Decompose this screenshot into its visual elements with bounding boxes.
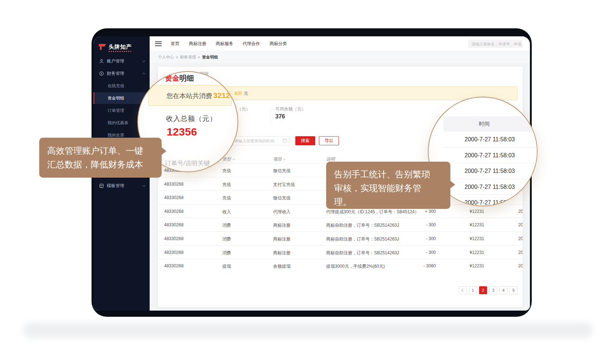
sidebar-item-account[interactable]: 账户管理: [93, 55, 150, 67]
breadcrumb-item[interactable]: 财务管理: [180, 54, 196, 60]
cell-amount: - 3060: [416, 263, 436, 268]
cell-balance: ¥12231: [462, 222, 484, 227]
cell-type: 充值: [222, 182, 231, 188]
table-row: 48330268 消费 商标注册 商标自助注册，订单号：SB2514263J -…: [158, 245, 523, 259]
cell-order: 48330268: [164, 195, 183, 200]
sidebar-item-label: 账户管理: [107, 58, 124, 64]
cell-time: 2000-7-27 11:58:03: [518, 263, 523, 268]
cell-balance: ¥12231: [462, 236, 484, 241]
breadcrumb-item[interactable]: 个人中心: [158, 54, 174, 60]
banner-unit-fragment: 元: [244, 87, 248, 100]
breadcrumb: 个人中心 > 财务管理 > 资金明细: [150, 51, 530, 63]
page-button-5[interactable]: 5: [510, 286, 518, 294]
magnified-time-cell: 2000-7-27 11:58:03: [443, 147, 538, 163]
chevron-down-icon: [142, 184, 145, 187]
template-icon: [99, 183, 104, 188]
callout-left: 高效管理账户订单、一键汇总数据，降低财务成本: [39, 138, 162, 178]
sidebar-item-label: 财务管理: [107, 70, 124, 77]
table-row: 48330268 提现 余额提现 提现3000元，手续费2%(60元) - 30…: [158, 259, 523, 272]
topbar: 首页 商标注册 商标服务 代理合作 商标分类: [150, 36, 530, 51]
cell-type: 收入: [222, 209, 231, 215]
prev-page-button[interactable]: [459, 286, 467, 294]
cell-project: 支付宝充值: [273, 182, 295, 188]
cell-balance: ¥12231: [462, 250, 484, 255]
cell-amount: - 300: [416, 236, 436, 241]
magnified-time-cell: 2000-7-27 11:58:03: [443, 163, 538, 179]
sidebar-item-online-recharge[interactable]: 在线充值: [93, 80, 150, 92]
magnified-time-header: 时间: [443, 116, 538, 132]
nav-link-trademark-service[interactable]: 商标服务: [216, 41, 233, 47]
cell-order: 48330268: [164, 263, 183, 268]
sidebar-item-label: 我的发票: [108, 133, 124, 138]
cell-order: 48330268: [164, 236, 183, 241]
time-query-input[interactable]: [231, 136, 289, 145]
page: 头牌知产 账户管理 财务管理 在线充值: [0, 0, 616, 364]
logo-title: 头牌知产: [109, 44, 132, 50]
page-button-3[interactable]: 3: [489, 286, 497, 294]
page-button-4[interactable]: 4: [499, 286, 507, 294]
cell-project: 商标注册: [273, 222, 291, 228]
nav-link-trademark-register[interactable]: 商标注册: [189, 41, 206, 47]
magnified-income-value: 12356: [167, 126, 197, 138]
calendar-icon[interactable]: [283, 139, 287, 143]
sort-icon: [283, 158, 286, 160]
callout-right: 告别手工统计、告别繁琐审核，实现智能财务管理。: [326, 162, 450, 209]
column-header-type[interactable]: 类型: [222, 156, 235, 162]
table-row: 48330268 消费 商标注册 商标自助注册，订单号：SB2514263J -…: [158, 218, 523, 231]
nav-link-trademark-category[interactable]: 商标分类: [270, 41, 287, 47]
cell-amount: + 300: [416, 209, 436, 214]
sidebar-item-template[interactable]: 模板管理: [93, 180, 150, 191]
cell-amount: - 300: [416, 250, 436, 255]
banner-amount-fragment: 820: [235, 87, 242, 100]
sidebar-item-label: 订单管理: [108, 108, 124, 113]
hamburger-menu-icon[interactable]: [155, 41, 162, 46]
cell-type: 充值: [222, 168, 231, 174]
cell-type: 消费: [222, 250, 231, 256]
export-button[interactable]: 导出: [319, 136, 339, 145]
available-balance-value: 376: [275, 113, 285, 120]
logo-icon: [98, 44, 106, 50]
cell-desc: 商标自助注册，订单号：SB2514263J: [326, 236, 399, 242]
cell-project: 微信充值: [273, 168, 291, 174]
chevron-down-icon: [142, 59, 145, 62]
column-header-project[interactable]: 项目: [273, 156, 285, 162]
nav-link-agency[interactable]: 代理合作: [243, 41, 260, 47]
cell-type: 消费: [222, 222, 231, 228]
cell-desc: 代理提成300元（ID:1245，订单号：SB45124）: [326, 209, 419, 215]
laptop-base-shadow: [23, 323, 593, 338]
cell-type: 提现: [222, 263, 231, 270]
page-button-2-active[interactable]: 2: [479, 286, 487, 294]
sidebar-item-finance[interactable]: 财务管理: [93, 68, 150, 79]
search-button[interactable]: 搜索: [295, 136, 315, 145]
cell-balance: ¥12231: [462, 263, 484, 268]
top-nav: 首页 商标注册 商标服务 代理合作 商标分类: [171, 36, 287, 51]
sidebar-item-label: 模板管理: [107, 183, 124, 189]
table-row: 48330268 消费 商标注册 商标自助注册，订单号：SB2514263J -…: [158, 231, 523, 245]
logo-tagline-decor: [109, 51, 131, 52]
user-icon: [99, 59, 104, 64]
cell-type: 充值: [222, 195, 231, 201]
cell-order: 48330268: [164, 222, 183, 227]
finance-icon: [99, 71, 104, 76]
chevron-up-icon: [142, 73, 145, 76]
breadcrumb-separator: >: [198, 55, 200, 59]
cell-time: 2000-7-27 11:58:03: [518, 236, 523, 241]
cell-time: 2000-7-27 11:58:03: [518, 209, 523, 214]
cell-time: 2000-7-27 11:58:03: [518, 222, 523, 227]
cell-desc: 提现3000元，手续费2%(60元): [326, 263, 385, 270]
stat-divider: [271, 107, 271, 126]
trademark-search-input[interactable]: [468, 40, 523, 48]
cell-project: 余额提现: [273, 263, 291, 270]
nav-link-home[interactable]: 首页: [171, 41, 179, 47]
cell-order: 48330268: [164, 250, 183, 255]
magnified-keyword-placeholder: 订单号/说明关键: [165, 159, 210, 167]
sidebar-item-label: 我的优惠券: [108, 120, 129, 126]
sidebar-item-label: 在线充值: [108, 83, 124, 89]
magnified-income-label: 收入总额（元）: [166, 114, 217, 124]
cell-order: 48330268: [164, 182, 183, 187]
cell-project: 代理收入: [273, 209, 291, 215]
page-button-1[interactable]: 1: [469, 286, 477, 294]
cell-desc: 商标自助注册，订单号：SB2514263J: [326, 250, 399, 256]
cell-amount: - 300: [416, 222, 436, 227]
pagination: 1 2 3 4 5: [459, 286, 518, 294]
